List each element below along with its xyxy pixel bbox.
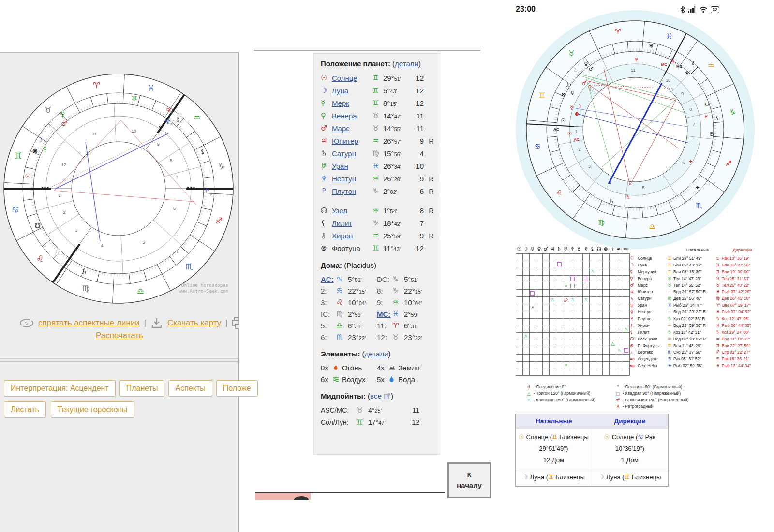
house-cell: 5:♎6°31' (321, 321, 377, 330)
midpoints-all-link[interactable]: все (370, 392, 382, 400)
planet-name-link[interactable]: Марс (332, 124, 372, 133)
directions-header: Дирекции (592, 414, 669, 429)
separator-line (0, 358, 239, 359)
planet-name-link[interactable]: Солнце (332, 74, 372, 82)
direction-sign-icon: ♉ (716, 276, 722, 281)
grid-header-glyph: ♄ (556, 246, 563, 252)
planet-name-link[interactable]: Хирон (332, 232, 372, 240)
grid-cell (590, 282, 596, 290)
square-aspect-mark (570, 277, 575, 281)
natal-position: Коз 18° 42' 31" (673, 330, 716, 335)
aspect-glyph: * (615, 384, 621, 389)
svg-text:2: 2 (63, 210, 65, 215)
svg-text:+: + (695, 184, 700, 191)
grid-cell (530, 282, 536, 290)
download-chart-link[interactable]: Скачать карту (167, 318, 221, 328)
printer-icon[interactable] (232, 317, 239, 329)
planet-name-link[interactable]: Венера (332, 112, 372, 120)
natal-position: Вод 25° 59' 36" R (673, 323, 716, 328)
direction-position: Бли 19° 00' 00" (722, 269, 763, 274)
grid-cell (523, 311, 530, 319)
label: 15' (415, 289, 422, 295)
zodiac-sign-icon: ♊ (372, 74, 383, 82)
grid-cell (530, 325, 536, 333)
planet-icon: ♀ (630, 276, 638, 281)
grid-cell (550, 282, 556, 290)
link-separator: | (225, 319, 227, 327)
house-cusp-label: 6: (321, 333, 336, 341)
svg-text:♆: ♆ (164, 118, 171, 126)
planet-row: ⚸Лилит♑18°42'7 (321, 217, 434, 229)
planet-name-link[interactable]: Юпитер (332, 137, 372, 145)
zodiac-sign-icon: ♊ (552, 433, 558, 441)
watermark: Online horoscopes www.Astro-Seek.com (145, 282, 228, 294)
hide-eye-icon[interactable] (19, 318, 34, 328)
details-link[interactable]: детали (395, 59, 418, 68)
planet-name-link[interactable]: Сатурн (332, 149, 372, 158)
grid-cell (563, 261, 570, 268)
elements-details-link[interactable]: детали (365, 350, 388, 358)
planet-icon: MC (630, 364, 638, 368)
house-cusp-link[interactable]: MC: (377, 310, 392, 318)
print-link[interactable]: Распечатать (96, 331, 143, 340)
svg-text:DSC: DSC (187, 186, 195, 191)
planet-name-link[interactable]: Лилит (332, 219, 372, 227)
interpretation-button[interactable]: Положе (216, 380, 258, 397)
grid-cell (536, 261, 543, 268)
zodiac-sign-icon: ♊ (357, 418, 368, 427)
house-number: 8 (411, 207, 424, 215)
nav-button[interactable]: Текущие гороскопы (51, 401, 134, 418)
planet-name-link[interactable]: Узел (332, 207, 372, 215)
grid-cell (563, 276, 570, 283)
label: 47' (394, 114, 401, 119)
grid-cell (569, 362, 576, 369)
back-to-top-button[interactable]: К началу (447, 462, 491, 498)
house-number: 12 (406, 418, 419, 426)
svg-text:⚷: ⚷ (691, 60, 695, 66)
planet-name-link[interactable]: Нептун (332, 175, 372, 183)
label: 22' (359, 335, 366, 341)
interpretation-button[interactable]: Интерпретация: Асцендент (4, 380, 116, 397)
planet-icon: ☽ (321, 86, 332, 95)
direction-position: Рак 10° 36' 19" (722, 256, 763, 261)
fortune-icon: ⊗ (321, 244, 332, 252)
grid-cell: ⚻ (583, 297, 590, 304)
label: 02' (390, 189, 397, 195)
interpretation-button[interactable]: Аспекты (168, 380, 212, 397)
position-list-row: ⊗П. Фортуны♊Бли 11° 43' 29"♊Бли 22° 27' … (630, 342, 763, 349)
sextile-aspect-mark: * (531, 305, 534, 310)
svg-text:4: 4 (101, 243, 104, 248)
natal-position: Ско 21° 37' 58" (673, 350, 716, 355)
grid-cell (610, 369, 616, 376)
house-number: 4 (411, 149, 424, 158)
square-aspect-mark (584, 284, 588, 288)
planet-name-link[interactable]: Плутон (332, 187, 372, 195)
hide-aspect-lines-link[interactable]: спрятать аспектные линии (38, 318, 140, 328)
planet-name-link[interactable]: Уран (332, 162, 372, 170)
grid-cell (623, 333, 630, 340)
house-cusp-link[interactable]: AC: (321, 275, 336, 283)
grid-cell (590, 290, 596, 297)
svg-text:♃: ♃ (670, 59, 675, 65)
house-cell: 11:♈6°31' (377, 321, 433, 330)
download-icon[interactable] (150, 317, 163, 329)
grid-cell (596, 362, 603, 369)
label: 57' (394, 139, 401, 145)
svg-text:☽: ☽ (37, 136, 43, 144)
aspect-glyph: ⚻ (526, 397, 532, 403)
svg-text:♎: ♎ (137, 286, 144, 296)
grid-cell (556, 297, 563, 304)
grid-cell (603, 333, 610, 340)
external-link-icon[interactable] (384, 393, 391, 400)
planet-name-link[interactable]: Луна (332, 87, 372, 95)
position-list-row: ☉Солнце♊Бли 29° 51' 49"♋Рак 10° 36' 19" (630, 255, 763, 262)
interpretation-buttons-row1: Интерпретация: АсцендентПланетыАспектыПо… (4, 380, 255, 397)
interpretation-buttons-row2: ЛистатьТекущие гороскопы (4, 401, 255, 418)
interpretation-button[interactable]: Планеты (119, 380, 165, 397)
grid-cell (596, 319, 603, 326)
element-name: Земля (398, 364, 420, 372)
grid-cell (543, 325, 550, 333)
natal-position: Коз 02° 02' 36" R (673, 316, 716, 321)
planet-name-link[interactable]: Мерк (332, 99, 372, 107)
nav-button[interactable]: Листать (4, 401, 46, 418)
